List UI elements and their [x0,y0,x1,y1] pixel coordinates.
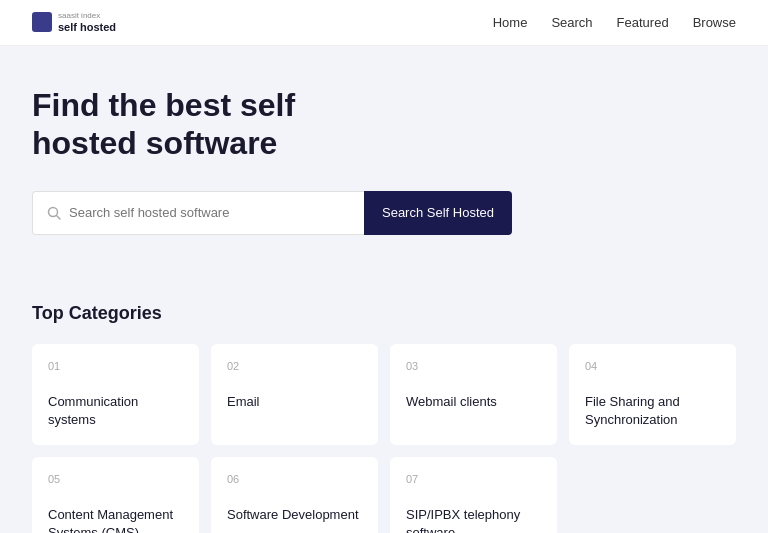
header: saasit index self hosted Home Search Fea… [0,0,768,46]
category-number-2: 02 [227,360,362,372]
category-card-3[interactable]: 03 Webmail clients [390,344,557,445]
category-name-1: Communication systems [48,394,138,428]
category-name-4: File Sharing and Synchronization [585,394,680,428]
categories-section-title: Top Categories [32,303,736,324]
category-card-5[interactable]: 05 Content Management Systems (CMS) [32,457,199,533]
categories-grid-row1: 01 Communication systems 02 Email 03 Web… [32,344,736,445]
logo-line1: saasit index [58,12,116,21]
search-bar: Search Self Hosted [32,191,512,235]
nav-item-browse[interactable]: Browse [693,15,736,30]
category-name-3: Webmail clients [406,394,497,409]
hero-section: Find the best self hosted software Searc… [0,46,768,283]
logo-icon [32,12,52,32]
category-number-4: 04 [585,360,720,372]
logo-text: saasit index self hosted [58,12,116,33]
category-number-6: 06 [227,473,362,485]
category-name-7: SIP/IPBX telephony software [406,507,520,533]
categories-grid-row2: 05 Content Management Systems (CMS) 06 S… [32,457,736,533]
nav-item-featured[interactable]: Featured [617,15,669,30]
more-categories-wrapper: More Categories → [569,457,736,533]
search-icon [47,206,61,220]
category-name-5: Content Management Systems (CMS) [48,507,173,533]
category-card-6[interactable]: 06 Software Development [211,457,378,533]
nav-item-search[interactable]: Search [551,15,592,30]
logo-line2: self hosted [58,21,116,33]
nav: Home Search Featured Browse [493,15,736,30]
hero-title: Find the best self hosted software [32,86,352,163]
category-number-5: 05 [48,473,183,485]
category-number-7: 07 [406,473,541,485]
category-card-4[interactable]: 04 File Sharing and Synchronization [569,344,736,445]
svg-line-1 [57,215,61,219]
categories-section: Top Categories 01 Communication systems … [0,283,768,533]
category-card-1[interactable]: 01 Communication systems [32,344,199,445]
search-input[interactable] [69,205,350,220]
category-name-2: Email [227,394,260,409]
category-number-1: 01 [48,360,183,372]
nav-item-home[interactable]: Home [493,15,528,30]
search-input-wrapper [32,191,364,235]
category-card-7[interactable]: 07 SIP/IPBX telephony software [390,457,557,533]
category-name-6: Software Development [227,507,359,522]
logo[interactable]: saasit index self hosted [32,12,116,33]
category-card-2[interactable]: 02 Email [211,344,378,445]
search-button[interactable]: Search Self Hosted [364,191,512,235]
category-number-3: 03 [406,360,541,372]
